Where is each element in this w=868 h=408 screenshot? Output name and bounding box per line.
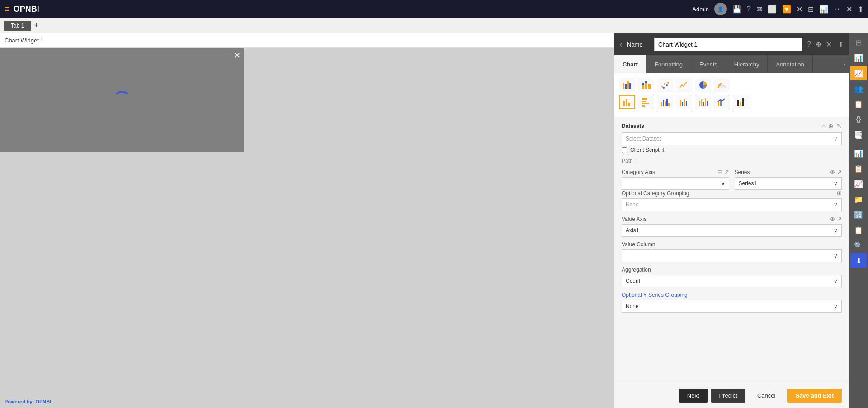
aggregation-label: Aggregation bbox=[622, 267, 651, 273]
chart-type-scatter[interactable] bbox=[657, 78, 673, 92]
optional-y-value: None bbox=[626, 303, 639, 310]
optional-y-select[interactable]: None ∨ bbox=[622, 300, 842, 313]
chart-type-pie[interactable] bbox=[695, 78, 711, 92]
topbar-icon-box[interactable]: ⬜ bbox=[768, 5, 777, 14]
tab-1[interactable]: Tab 1 bbox=[4, 21, 31, 31]
chart-type-bar-narrow[interactable] bbox=[657, 95, 673, 109]
widget-close-button[interactable]: ✕ bbox=[234, 51, 241, 61]
chart-type-line[interactable] bbox=[676, 78, 692, 92]
svg-rect-39 bbox=[737, 100, 739, 106]
series-arrow-icon[interactable]: ↗ bbox=[837, 169, 842, 175]
cancel-button[interactable]: Cancel bbox=[749, 389, 783, 403]
datasets-edit-icon[interactable]: ✎ bbox=[836, 122, 842, 130]
optional-grouping-grid-icon[interactable]: ⊞ bbox=[837, 190, 842, 197]
topbar-icon-up[interactable]: ⬆ bbox=[858, 5, 863, 14]
svg-rect-5 bbox=[642, 83, 644, 85]
tab-annotation[interactable]: Annotation bbox=[768, 55, 812, 73]
right-icon-table[interactable]: 📊 bbox=[850, 51, 867, 65]
admin-label: Admin bbox=[692, 6, 709, 13]
value-axis-select[interactable]: Axis1 ∨ bbox=[622, 224, 842, 237]
svg-rect-36 bbox=[707, 101, 708, 106]
right-icon-list[interactable]: 📋 bbox=[850, 161, 867, 176]
right-icon-num[interactable]: 🔢 bbox=[850, 207, 867, 222]
tab-events[interactable]: Events bbox=[691, 55, 726, 73]
category-axis-select[interactable]: ∨ bbox=[622, 177, 729, 190]
topbar-icon-filter[interactable]: 🔽 bbox=[782, 5, 791, 14]
aggregation-chevron: ∨ bbox=[834, 278, 838, 284]
tab-hierarchy[interactable]: Hierarchy bbox=[726, 55, 768, 73]
chart-type-bar-mixed[interactable] bbox=[714, 95, 730, 109]
right-icon-download[interactable]: ⬇ bbox=[850, 253, 867, 268]
right-icon-file[interactable]: 📁 bbox=[850, 192, 867, 206]
panel-back-button[interactable]: ‹ bbox=[620, 40, 623, 49]
chart-type-bar-thin[interactable] bbox=[695, 95, 711, 109]
value-column-select[interactable]: ∨ bbox=[622, 249, 842, 262]
series-add-icon[interactable]: ⊕ bbox=[830, 169, 835, 175]
datasets-section-header: Datasets ⌂ ⊕ ✎ bbox=[622, 122, 842, 130]
right-icon-layers[interactable]: 📋 bbox=[850, 223, 867, 237]
datasets-home-icon[interactable]: ⌂ bbox=[822, 122, 826, 130]
svg-point-12 bbox=[667, 82, 669, 84]
tabs-next-arrow[interactable]: › bbox=[840, 60, 849, 68]
right-icon-data1[interactable]: 📊 bbox=[850, 146, 867, 160]
right-icon-divider bbox=[852, 144, 865, 144]
save-exit-button[interactable]: Save and Exit bbox=[787, 389, 842, 403]
chart-type-bar-vertical-selected[interactable] bbox=[619, 95, 635, 109]
right-icon-linechart[interactable]: 📈 bbox=[850, 177, 867, 191]
chart-type-bar-grouped[interactable] bbox=[619, 78, 635, 92]
aggregation-select[interactable]: Count ∨ bbox=[622, 275, 842, 287]
topbar-icon-close[interactable]: ✕ bbox=[846, 5, 852, 14]
right-icon-clipboard[interactable]: 📋 bbox=[850, 97, 867, 111]
topbar-icon-x[interactable]: ✕ bbox=[797, 5, 802, 14]
client-script-checkbox[interactable] bbox=[622, 147, 627, 153]
panel-scroll-up-icon[interactable]: ⬆ bbox=[838, 41, 844, 48]
right-icon-dashboard[interactable]: ⊞ bbox=[850, 35, 867, 50]
topbar-icon-resize[interactable]: ↔ bbox=[834, 5, 841, 13]
dataset-placeholder: Select Dataset bbox=[626, 136, 661, 142]
svg-rect-29 bbox=[682, 102, 683, 106]
menu-icon[interactable]: ≡ bbox=[5, 4, 10, 14]
chart-type-bar-stacked[interactable] bbox=[638, 78, 654, 92]
client-script-row: Client Script ℹ bbox=[622, 147, 842, 153]
svg-rect-20 bbox=[642, 101, 646, 102]
dataset-select[interactable]: Select Dataset ∨ bbox=[622, 132, 842, 145]
topbar-icon-mail[interactable]: ✉ bbox=[756, 5, 762, 14]
svg-rect-38 bbox=[720, 100, 722, 106]
right-icon-code[interactable]: {} bbox=[850, 112, 867, 127]
category-axis-arrow-icon[interactable]: ↗ bbox=[724, 169, 729, 175]
tab-add-button[interactable]: + bbox=[34, 21, 39, 30]
chart-type-bar-dark[interactable] bbox=[733, 95, 749, 109]
category-axis-grid-icon[interactable]: ⊞ bbox=[717, 169, 722, 175]
tab-chart-label: Chart bbox=[623, 61, 638, 68]
topbar-icon-chart[interactable]: 📊 bbox=[819, 5, 828, 14]
tab-chart[interactable]: Chart bbox=[614, 55, 646, 73]
panel-help-icon[interactable]: ? bbox=[807, 40, 811, 49]
series-select[interactable]: Series1 ∨ bbox=[735, 177, 842, 190]
right-icon-doc[interactable]: 📑 bbox=[850, 127, 867, 142]
right-icon-users[interactable]: 👥 bbox=[850, 81, 867, 96]
panel-close-icon[interactable]: ✕ bbox=[826, 40, 832, 49]
predict-button[interactable]: Predict bbox=[711, 389, 745, 403]
optional-grouping-select[interactable]: None ∨ bbox=[622, 198, 842, 211]
svg-rect-2 bbox=[627, 81, 629, 89]
chart-type-bar-double[interactable] bbox=[676, 95, 692, 109]
panel-move-icon[interactable]: ✥ bbox=[816, 40, 821, 49]
svg-rect-34 bbox=[703, 102, 704, 106]
topbar-icon-help[interactable]: ? bbox=[747, 5, 751, 13]
topbar-icon-grid[interactable]: ⊞ bbox=[808, 5, 814, 14]
datasets-add-icon[interactable]: ⊕ bbox=[828, 122, 834, 130]
chart-type-bar-side[interactable] bbox=[638, 95, 654, 109]
right-icons-bar: ⊞ 📊 📈 👥 📋 {} 📑 📊 📋 📈 📁 🔢 📋 🔍 ⬇ bbox=[849, 33, 868, 408]
chart-type-gauge[interactable] bbox=[714, 78, 730, 92]
datasets-label: Datasets bbox=[622, 123, 822, 129]
client-script-info-icon[interactable]: ℹ bbox=[662, 147, 665, 153]
topbar-icon-save[interactable]: 💾 bbox=[732, 5, 741, 14]
widget-name-input[interactable] bbox=[654, 38, 802, 51]
tab-formatting[interactable]: Formatting bbox=[646, 55, 691, 73]
value-axis-add-icon[interactable]: ⊕ bbox=[830, 216, 835, 222]
next-button[interactable]: Next bbox=[679, 389, 708, 403]
widget-title: Chart Widget 1 bbox=[5, 37, 44, 44]
right-icon-search[interactable]: 🔍 bbox=[850, 238, 867, 253]
value-axis-arrow-icon[interactable]: ↗ bbox=[837, 216, 842, 222]
right-icon-chart-active[interactable]: 📈 bbox=[850, 66, 867, 80]
